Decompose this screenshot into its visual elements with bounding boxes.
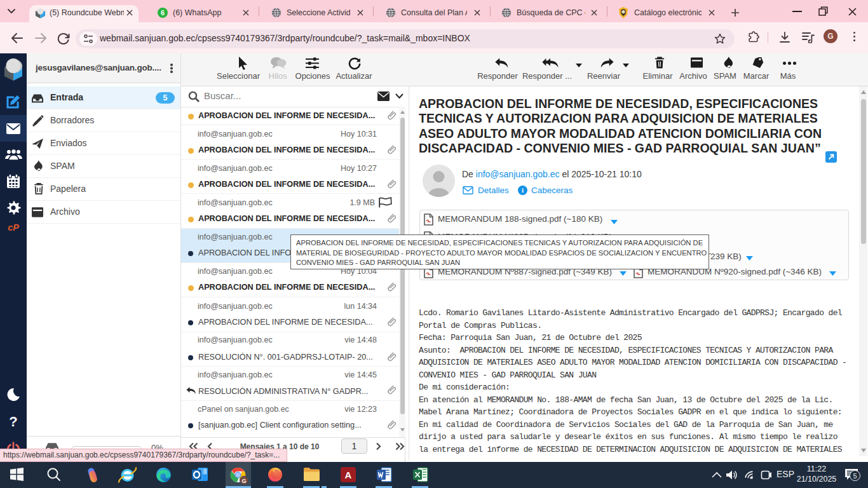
svg-text:A: A [345,470,352,480]
